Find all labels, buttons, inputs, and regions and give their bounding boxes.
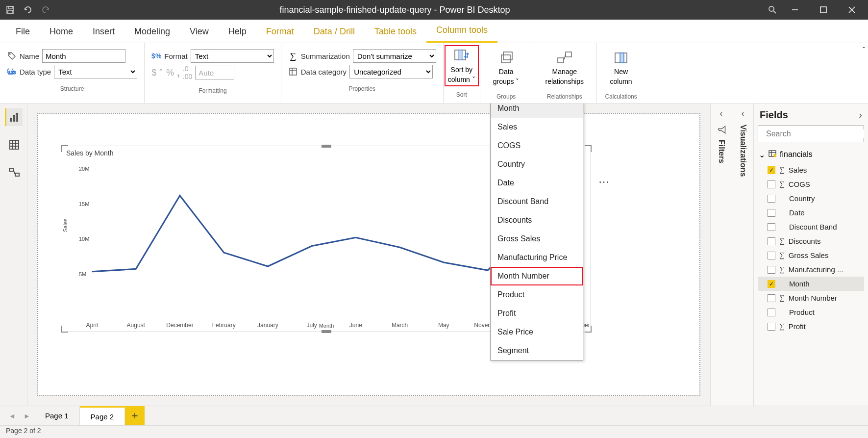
field-checkbox[interactable] (768, 195, 775, 203)
field-checkbox[interactable] (768, 252, 775, 259)
sort-dropdown-item[interactable]: Segment (491, 341, 583, 360)
field-row[interactable]: ∑COGS (758, 177, 864, 191)
menu-table-tools[interactable]: Table tools (365, 21, 426, 43)
menu-file[interactable]: File (6, 21, 40, 43)
summarization-select[interactable]: Don't summarize (353, 49, 436, 63)
sort-dropdown-item[interactable]: Sales (491, 118, 583, 136)
new-column-button[interactable]: New column (604, 47, 638, 88)
field-row[interactable]: ✓Month (758, 277, 864, 291)
model-view-button[interactable] (5, 163, 23, 181)
field-checkbox[interactable]: ✓ (768, 280, 775, 288)
sort-dropdown-item[interactable]: Product (491, 285, 583, 304)
ribbon-collapse-button[interactable]: ˆ (863, 46, 865, 54)
field-row[interactable]: Discount Band (758, 220, 864, 234)
svg-point-3 (769, 6, 774, 11)
maximize-button[interactable] (812, 0, 835, 20)
ribbon-group-structure: Name 123 Data type Text Structure (0, 43, 145, 103)
field-checkbox[interactable] (768, 223, 775, 231)
field-checkbox[interactable] (768, 180, 775, 188)
field-row[interactable]: ∑Month Number (758, 291, 864, 305)
sort-dropdown-item[interactable]: Discounts (491, 211, 583, 230)
group-label-structure: Structure (60, 83, 84, 94)
fields-search-input[interactable] (766, 129, 864, 138)
menu-home[interactable]: Home (40, 21, 83, 43)
page-tab[interactable]: Page 2 (80, 406, 125, 425)
field-name: Sales (789, 166, 807, 174)
field-name: COGS (789, 180, 810, 188)
menu-column-tools[interactable]: Column tools (426, 19, 497, 43)
data-groups-button[interactable]: Data groups ˅ (487, 47, 525, 88)
sort-dropdown-item[interactable]: Discount Band (491, 192, 583, 211)
sort-dropdown-item[interactable]: Manufacturing Price (491, 248, 583, 267)
save-icon[interactable] (5, 4, 16, 15)
field-checkbox[interactable] (768, 309, 775, 316)
field-row[interactable]: ∑Profit (758, 319, 864, 334)
format-select[interactable]: Text (191, 49, 274, 63)
comma-icon: , (177, 67, 180, 78)
chart-ylabel: Sales (62, 218, 68, 232)
data-view-button[interactable] (5, 136, 23, 154)
field-checkbox[interactable] (768, 294, 775, 302)
column-name-input[interactable] (42, 49, 125, 63)
field-row[interactable]: Product (758, 305, 864, 319)
menu-modeling[interactable]: Modeling (124, 21, 180, 43)
fields-table-name: financials (780, 150, 813, 159)
sigma-icon: ∑ (779, 265, 785, 274)
filters-pane-collapsed[interactable]: ‹ Filters (710, 103, 732, 406)
sort-dropdown-item[interactable]: Date (491, 174, 583, 192)
field-checkbox[interactable] (768, 209, 775, 217)
menu-insert[interactable]: Insert (83, 21, 124, 43)
manage-relationships-button[interactable]: Manage relationships (539, 47, 590, 88)
visual-more-options[interactable]: ⋯ (598, 176, 610, 188)
currency-icon: $ ˅ (151, 67, 163, 78)
field-row[interactable]: ∑Manufacturing ... (758, 262, 864, 277)
search-icon[interactable] (767, 4, 778, 15)
visualizations-pane-collapsed[interactable]: ‹ Visualizations (732, 103, 753, 406)
field-checkbox[interactable] (768, 237, 775, 245)
undo-icon[interactable] (23, 4, 33, 15)
sort-dropdown-item[interactable]: Gross Sales (491, 230, 583, 248)
svg-rect-32 (15, 173, 19, 176)
sort-dropdown-item[interactable]: Sale Price (491, 323, 583, 341)
sort-dropdown-item[interactable]: Country (491, 155, 583, 174)
sort-dropdown-item[interactable]: Profit (491, 304, 583, 323)
report-view-button[interactable] (5, 108, 23, 126)
chevron-right-icon[interactable]: › (859, 109, 862, 121)
chevron-left-icon: ‹ (720, 108, 723, 119)
field-checkbox[interactable]: ✓ (768, 166, 775, 174)
redo-icon[interactable] (40, 4, 51, 15)
field-checkbox[interactable] (768, 323, 775, 331)
field-row[interactable]: Date (758, 206, 864, 220)
tab-prev-button[interactable]: ◄ (5, 406, 20, 425)
chart-xtick: January (257, 322, 278, 329)
sort-dropdown-item[interactable]: Month (491, 103, 583, 118)
field-checkbox[interactable] (768, 266, 775, 274)
fields-search[interactable] (758, 126, 864, 142)
field-row[interactable]: ∑Discounts (758, 234, 864, 248)
svg-line-33 (13, 170, 15, 175)
add-page-button[interactable]: + (125, 406, 145, 425)
chart-xtick: February (212, 322, 236, 329)
close-button[interactable] (841, 0, 863, 20)
svg-line-4 (773, 11, 776, 13)
datatype-select[interactable]: Text (54, 65, 137, 78)
field-row[interactable]: ∑Gross Sales (758, 248, 864, 262)
field-row[interactable]: Country (758, 191, 864, 206)
ribbon-group-groups: Data groups ˅ Groups (480, 43, 533, 103)
fields-table-node[interactable]: ⌄ financials (758, 146, 864, 163)
field-row[interactable]: ✓∑Sales (758, 163, 864, 177)
tab-next-button[interactable]: ► (20, 406, 34, 425)
datacategory-select[interactable]: Uncategorized (349, 65, 433, 78)
menu-data-drill[interactable]: Data / Drill (304, 21, 365, 43)
menu-format[interactable]: Format (256, 21, 304, 43)
sort-dropdown-item[interactable]: COGS (491, 136, 583, 155)
sort-dropdown-item[interactable]: Month Number (491, 267, 583, 285)
sort-by-column-button[interactable]: Sort by column ˅ (445, 45, 479, 86)
name-label: Name (20, 52, 39, 60)
minimize-button[interactable] (784, 0, 806, 20)
menu-view[interactable]: View (180, 21, 219, 43)
statusbar: Page 2 of 2 (0, 425, 868, 438)
menu-help[interactable]: Help (219, 21, 256, 43)
page-tab[interactable]: Page 1 (34, 406, 80, 425)
report-canvas[interactable]: ⋯ Sales by Month Sales 5M10M15M20MAprilA… (27, 103, 710, 406)
